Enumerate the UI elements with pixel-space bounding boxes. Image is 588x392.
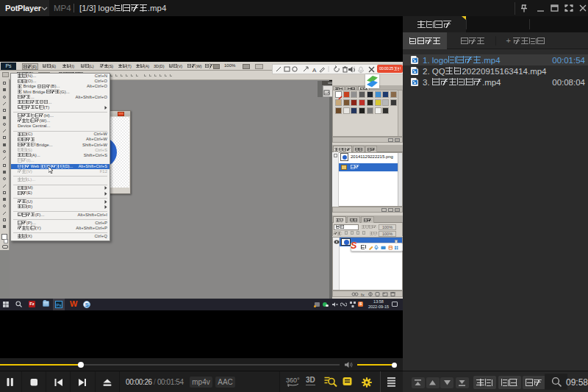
svg-text:A: A: [312, 66, 317, 73]
svg-text:fx: fx: [361, 292, 365, 296]
